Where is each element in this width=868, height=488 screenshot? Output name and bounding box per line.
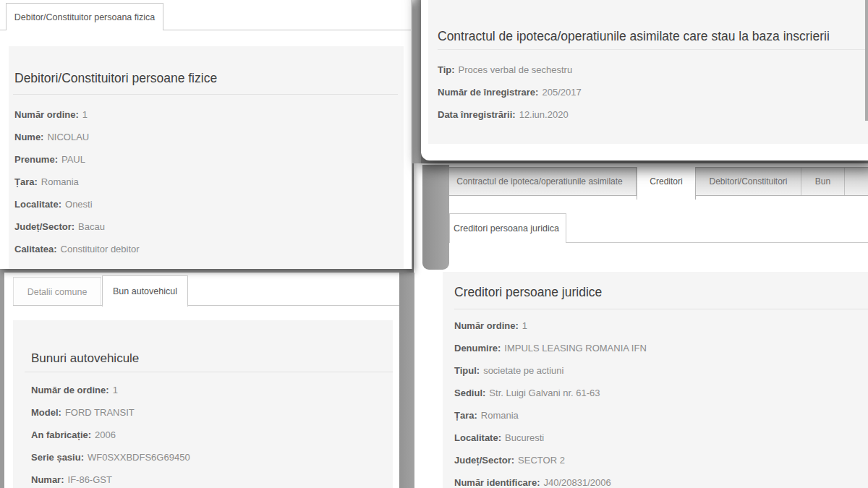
debtors-title-divider bbox=[13, 94, 398, 95]
vehicle-tab-bar-line bbox=[13, 305, 399, 306]
vehicle-fields: Număr de ordine:1 Model:FORD TRANSIT An … bbox=[31, 379, 190, 488]
vehicle-card: Bunuri autovehicule Număr de ordine:1 Mo… bbox=[13, 320, 393, 488]
field-row: Tip:Proces verbal de sechestru bbox=[438, 59, 582, 81]
field-row: Prenume:PAUL bbox=[14, 148, 140, 171]
contract-card-title: Contractul de ipoteca/operatiunile asimi… bbox=[438, 29, 830, 44]
field-row: Sediul:Str. Luigi Galvani nr. 61-63 bbox=[454, 382, 647, 404]
window-gap-strip bbox=[412, 0, 421, 163]
gray-divider-strip-upper bbox=[422, 165, 449, 270]
contract-title-divider bbox=[438, 49, 868, 50]
tab-bun[interactable]: Bun bbox=[801, 168, 845, 195]
creditors-card: Creditori persoane juridice Număr ordine… bbox=[443, 272, 868, 488]
creditors-fields: Număr ordine:1 Denumire:IMPULS LEASING R… bbox=[454, 314, 647, 488]
field-row: Județ/Sector:SECTOR 2 bbox=[454, 449, 647, 471]
field-row: Denumire:IMPULS LEASING ROMANIA IFN bbox=[454, 337, 647, 359]
tab-contractul-de-ipoteca[interactable]: Contractul de ipoteca/operatiunile asimi… bbox=[443, 168, 637, 195]
field-row: Calitatea:Constituitor debitor bbox=[14, 238, 140, 260]
debtors-window: Debitor/Constituitor persoana fizica Deb… bbox=[0, 0, 412, 269]
field-row: Număr de înregistrare:205/2017 bbox=[438, 81, 582, 103]
tab-debitor-constituitor-persoana-fizica[interactable]: Debitor/Constituitor persoana fizica bbox=[6, 3, 163, 30]
tab-debitori-constituitori[interactable]: Debitori/Constituitori bbox=[696, 168, 801, 195]
field-row: Nume:NICOLAU bbox=[14, 126, 140, 148]
contract-card: Contractul de ipoteca/operatiunile asimi… bbox=[428, 0, 868, 144]
debtors-fields: Număr ordine:1 Nume:NICOLAU Prenume:PAUL… bbox=[14, 103, 140, 260]
field-row: Serie șasiu:WF0SXXBDFS6G69450 bbox=[31, 446, 190, 468]
tab-bun-autovehicul[interactable]: Bun autovehicul bbox=[102, 275, 188, 307]
field-row: Număr de ordine:1 bbox=[31, 379, 190, 401]
vehicle-card-title: Bunuri autovehicule bbox=[31, 351, 139, 366]
field-row: Data înregistrării:12.iun.2020 bbox=[438, 103, 582, 126]
creditors-window: Contractul de ipoteca/operatiunile asimi… bbox=[414, 163, 868, 488]
field-row: Număr ordine:1 bbox=[14, 103, 140, 126]
creditors-card-title: Creditori persoane juridice bbox=[454, 285, 602, 300]
field-row: Localitate:Onesti bbox=[14, 193, 140, 215]
debtors-card: Debitori/Constituitori persoane fizice N… bbox=[9, 46, 404, 269]
field-row: Număr ordine:1 bbox=[454, 314, 647, 337]
field-row: Număr identificare:J40/20831/2006 bbox=[454, 471, 647, 488]
gray-divider-strip-lower bbox=[399, 273, 414, 488]
scrollbar-thumb[interactable] bbox=[865, 0, 868, 121]
contract-tab-bar: Contractul de ipoteca/operatiunile asimi… bbox=[443, 167, 868, 196]
field-row: Numar:IF-86-GST bbox=[31, 468, 190, 488]
tab-creditori[interactable]: Creditori bbox=[637, 167, 696, 200]
desktop-background: { "left_window": { "tab_label": "Debitor… bbox=[0, 0, 868, 488]
vehicle-title-divider bbox=[25, 372, 393, 372]
field-row: Țara:Romania bbox=[14, 171, 140, 193]
tab-creditori-persoana-juridica[interactable]: Creditori persoana juridica bbox=[449, 213, 566, 243]
creditors-title-divider bbox=[454, 309, 868, 309]
tab-detalii-comune[interactable]: Detalii comune bbox=[13, 277, 101, 306]
debtors-card-title: Debitori/Constituitori persoane fizice bbox=[14, 71, 217, 86]
field-row: Județ/Sector:Bacau bbox=[14, 215, 140, 238]
field-row: An fabricație:2006 bbox=[31, 424, 190, 446]
field-row: Model:FORD TRANSIT bbox=[31, 401, 190, 424]
vehicle-window: Detalii comune Bun autovehicul Bunuri au… bbox=[4, 273, 399, 488]
contract-popup: Contractul de ipoteca/operatiunile asimi… bbox=[421, 0, 868, 160]
field-row: Localitate:Bucuresti bbox=[454, 427, 647, 449]
contract-fields: Tip:Proces verbal de sechestru Număr de … bbox=[438, 59, 582, 126]
field-row: Țara:Romania bbox=[454, 404, 647, 427]
field-row: Tipul:societate pe actiuni bbox=[454, 359, 647, 382]
